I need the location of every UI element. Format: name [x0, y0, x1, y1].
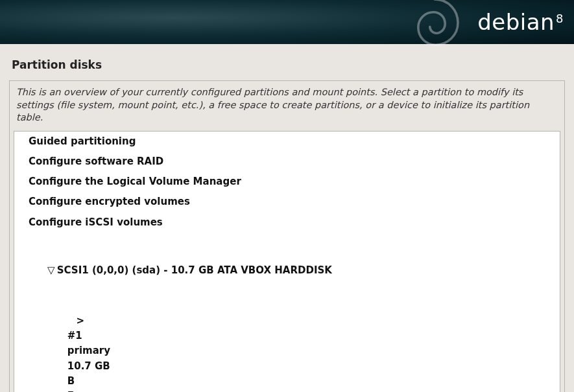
partition-formatflag: F — [67, 389, 87, 392]
partition-listbox[interactable]: Guided partitioning Configure software R… — [14, 131, 560, 392]
partition-bootflag: B — [67, 374, 87, 389]
brand-text: debian8 — [477, 9, 562, 35]
menu-configure-raid[interactable]: Configure software RAID — [14, 152, 560, 172]
partition-arrow: > — [67, 314, 93, 329]
instructions-text: This is an overview of your currently co… — [10, 81, 564, 131]
partition-type: primary — [67, 343, 126, 358]
menu-configure-lvm[interactable]: Configure the Logical Volume Manager — [14, 172, 560, 192]
debian-swirl-icon — [405, 0, 464, 52]
menu-configure-encrypted[interactable]: Configure encrypted volumes — [14, 192, 560, 212]
menu-configure-iscsi[interactable]: Configure iSCSI volumes — [14, 213, 560, 233]
disk-expand-icon: ▽ — [47, 263, 56, 278]
installer-header: debian8 — [0, 0, 574, 44]
brand-version: 8 — [556, 12, 564, 25]
page-body: Partition disks This is an overview of y… — [0, 44, 574, 392]
brand-name: debian — [477, 9, 555, 35]
menu-guided-partitioning[interactable]: Guided partitioning — [14, 132, 560, 152]
page-title: Partition disks — [9, 44, 565, 80]
main-panel: This is an overview of your currently co… — [9, 80, 565, 392]
disk-label: SCSI1 (0,0,0) (sda) - 10.7 GB ATA VBOX H… — [57, 264, 332, 276]
partition-number: #1 — [67, 329, 93, 343]
disk-entry[interactable]: ▽SCSI1 (0,0,0) (sda) - 10.7 GB ATA VBOX … — [14, 246, 560, 296]
spacer — [14, 233, 560, 246]
partition-size: 10.7 GB — [67, 359, 126, 374]
partition-entry[interactable]: > #1 primary 10.7 GB B F ext4 / — [14, 296, 560, 392]
